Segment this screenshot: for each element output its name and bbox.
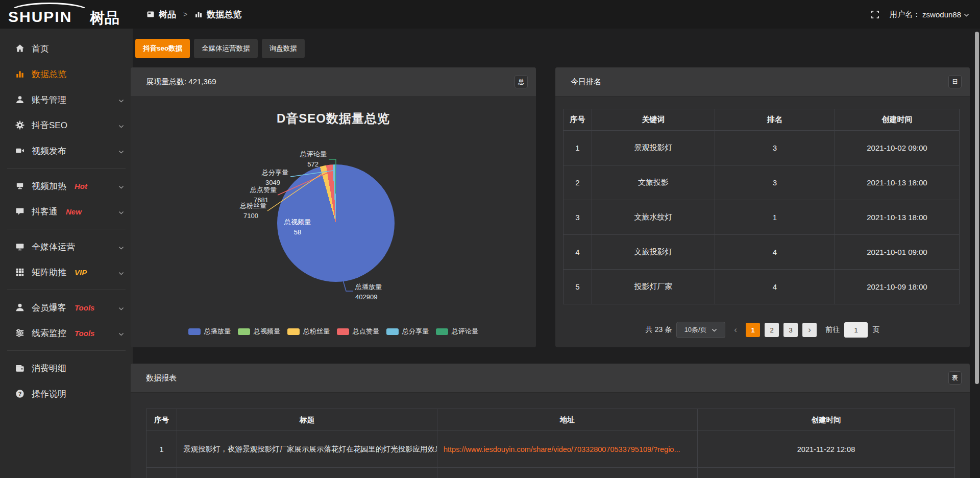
legend-item-总视频量[interactable]: 总视频量 bbox=[238, 327, 280, 336]
table-row bbox=[146, 468, 955, 478]
sidebar-item-label: 会员爆客 bbox=[32, 302, 66, 314]
table-cell: 2021-10-02 09:00 bbox=[835, 131, 960, 165]
table-row: 3文旅水纹灯12021-10-13 18:00 bbox=[564, 200, 960, 235]
sidebar-item-label: 抖客通 bbox=[32, 206, 58, 218]
goto-page-input[interactable] bbox=[844, 322, 868, 338]
sidebar-item-account[interactable]: 账号管理 bbox=[0, 87, 133, 112]
table-row: 5投影灯厂家42021-10-09 18:00 bbox=[564, 270, 960, 304]
svg-text:?: ? bbox=[18, 391, 22, 397]
sidebar-item-label: 抖音SEO bbox=[32, 119, 67, 131]
pagination: 共 23 条 10条/页 ‹ 123 › 前往 页 bbox=[555, 322, 970, 338]
sidebar-item-member-burst[interactable]: 会员爆客Tools bbox=[0, 295, 133, 320]
legend-marker bbox=[287, 328, 300, 335]
sidebar-item-help[interactable]: ?操作说明 bbox=[0, 381, 133, 407]
table-cell: 2 bbox=[564, 165, 592, 200]
legend-item-总分享量[interactable]: 总分享量 bbox=[386, 327, 429, 336]
table-cell: 2021-11-22 12:08 bbox=[698, 431, 955, 468]
sidebar-item-label: 首页 bbox=[32, 43, 49, 55]
prev-page-button[interactable]: ‹ bbox=[730, 325, 741, 335]
sidebar-item-label: 消费明细 bbox=[32, 363, 66, 374]
legend-marker bbox=[337, 328, 349, 335]
page-size-value: 10条/页 bbox=[684, 325, 707, 334]
table-cell bbox=[177, 468, 437, 478]
sidebar-divider bbox=[7, 350, 126, 351]
legend-item-总粉丝量[interactable]: 总粉丝量 bbox=[287, 327, 330, 336]
column-header: 排名 bbox=[715, 109, 835, 131]
sidebar-item-douketong[interactable]: 抖客通New bbox=[0, 199, 133, 224]
page-button-3[interactable]: 3 bbox=[783, 323, 798, 337]
legend-marker bbox=[188, 328, 201, 335]
tab-omni-media-data[interactable]: 全媒体运营数据 bbox=[194, 39, 258, 58]
app-icon bbox=[146, 10, 155, 18]
user-menu[interactable]: 用户名： zswodun88 bbox=[890, 10, 970, 19]
legend-marker bbox=[238, 328, 250, 335]
today-rank-panel: 今日排名 日 序号关键词排名创建时间1景观投影灯32021-10-02 09:0… bbox=[555, 67, 970, 347]
sidebar-item-video-heat[interactable]: 视频加热Hot bbox=[0, 173, 133, 199]
username-label: 用户名： bbox=[890, 10, 920, 19]
table-row: 2文旅投影32021-10-13 18:00 bbox=[564, 165, 960, 200]
tab-douyin-seo-data[interactable]: 抖音seo数据 bbox=[135, 39, 190, 58]
legend-label: 总点赞量 bbox=[353, 327, 379, 336]
sidebar-item-consume-detail[interactable]: 消费明细 bbox=[0, 355, 133, 381]
chart-panel-header: 展现量总数: 421,369 总 bbox=[131, 67, 536, 97]
page-size-select[interactable]: 10条/页 bbox=[676, 322, 725, 338]
breadcrumb-page[interactable]: 数据总览 bbox=[207, 9, 241, 20]
column-header: 关键词 bbox=[592, 109, 715, 131]
video-link[interactable]: https://www.iesdouyin.com/share/video/70… bbox=[444, 445, 680, 453]
sidebar-item-label: 线索监控 bbox=[32, 327, 66, 339]
legend-marker bbox=[386, 328, 399, 335]
breadcrumb-separator: > bbox=[183, 10, 187, 18]
sidebar-item-label: 视频加热 bbox=[32, 180, 66, 192]
chevron-down-icon bbox=[118, 122, 125, 129]
total-toggle-button[interactable]: 总 bbox=[514, 75, 528, 88]
legend-item-总播放量[interactable]: 总播放量 bbox=[188, 327, 231, 336]
logo-text-en: SHUPIN bbox=[8, 8, 72, 26]
sidebar-item-clue-monitor[interactable]: 线索监控Tools bbox=[0, 320, 133, 346]
table-row: 1景观投影灯，夜游景观投影灯厂家展示展示落花灯在花园里的灯光投影应用效果 #ht… bbox=[146, 431, 955, 468]
table-cell: 1 bbox=[564, 131, 592, 165]
legend-label: 总视频量 bbox=[254, 327, 280, 336]
sidebar-item-douyin-seo[interactable]: 抖音SEO bbox=[0, 112, 133, 138]
tab-inquiry-data[interactable]: 询盘数据 bbox=[262, 39, 305, 58]
page-scrollbar-thumb[interactable] bbox=[975, 32, 979, 384]
day-toggle-button[interactable]: 日 bbox=[948, 75, 962, 88]
table-cell: 投影灯厂家 bbox=[592, 270, 715, 304]
table-cell: 2021-10-13 18:00 bbox=[835, 165, 960, 200]
table-cell: 文旅投影灯 bbox=[592, 235, 715, 270]
sidebar-badge: New bbox=[66, 207, 82, 216]
page-button-1[interactable]: 1 bbox=[746, 323, 760, 337]
wallet-icon bbox=[15, 364, 24, 373]
chat-icon bbox=[15, 207, 24, 216]
fullscreen-icon[interactable] bbox=[871, 10, 879, 19]
chevron-down-icon bbox=[711, 327, 718, 333]
sidebar-item-home[interactable]: 首页 bbox=[0, 36, 133, 61]
goto-label: 前往 bbox=[825, 325, 840, 334]
table-toggle-button[interactable]: 表 bbox=[948, 371, 962, 385]
chart-legend: 总播放量总视频量总粉丝量总点赞量总分享量总评论量 bbox=[131, 327, 536, 336]
monitor-icon bbox=[15, 181, 24, 190]
report-table: 序号标题地址创建时间1景观投影灯，夜游景观投影灯厂家展示展示落花灯在花园里的灯光… bbox=[146, 409, 955, 478]
bar-chart-icon bbox=[15, 69, 24, 79]
column-header: 序号 bbox=[146, 409, 177, 431]
rank-panel-title: 今日排名 bbox=[571, 67, 601, 96]
sidebar-item-data-overview[interactable]: 数据总览 bbox=[0, 61, 133, 87]
logo[interactable]: SHUPIN 树品 bbox=[8, 2, 131, 28]
breadcrumb-app[interactable]: 树品 bbox=[159, 9, 176, 20]
table-cell: 4 bbox=[564, 235, 592, 270]
column-header: 标题 bbox=[177, 409, 437, 431]
member-icon bbox=[15, 303, 24, 312]
grid-icon bbox=[15, 268, 24, 277]
sidebar-item-matrix-boost[interactable]: 矩阵助推VIP bbox=[0, 259, 133, 285]
sidebar-badge: Hot bbox=[75, 182, 87, 190]
screen-icon bbox=[15, 242, 24, 251]
chevron-down-icon bbox=[118, 97, 125, 103]
sidebar-item-label: 账号管理 bbox=[32, 94, 66, 106]
next-page-button[interactable]: › bbox=[802, 323, 817, 337]
legend-item-总评论量[interactable]: 总评论量 bbox=[436, 327, 478, 336]
sidebar-item-label: 全媒体运营 bbox=[32, 241, 75, 253]
page-button-2[interactable]: 2 bbox=[765, 323, 779, 337]
sidebar-item-omni-media[interactable]: 全媒体运营 bbox=[0, 234, 133, 259]
table-cell: 4 bbox=[715, 270, 835, 304]
legend-item-总点赞量[interactable]: 总点赞量 bbox=[337, 327, 379, 336]
sidebar-item-video-publish[interactable]: 视频发布 bbox=[0, 138, 133, 163]
